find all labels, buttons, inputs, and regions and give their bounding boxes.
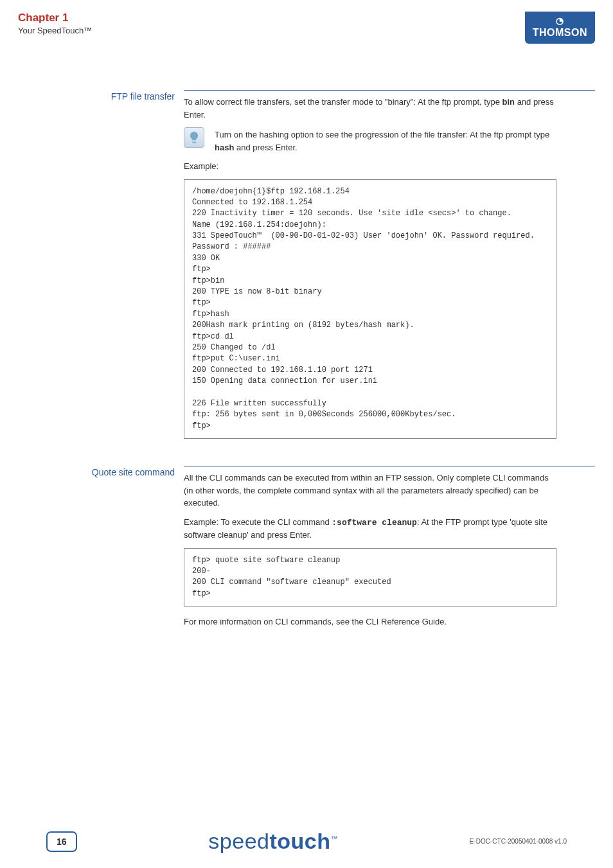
logo-bold: touch <box>269 829 330 853</box>
tip-text: Turn on the hashing option to see the pr… <box>215 127 556 154</box>
section-label-ftp: FTP file transfer <box>18 90 184 448</box>
brand-text: THOMSON <box>533 27 587 38</box>
content-area: FTP file transfer To allow correct file … <box>0 90 613 635</box>
ftp-code-block: /home/doejohn{1}$ftp 192.168.1.254 Conne… <box>184 179 556 439</box>
quote-para1: All the CLI commands can be executed fro… <box>184 472 556 509</box>
section-ftp: FTP file transfer To allow correct file … <box>18 90 595 448</box>
header-left: Chapter 1 Your SpeedTouch™ <box>18 12 92 35</box>
lightbulb-icon <box>184 127 204 148</box>
page-number: 16 <box>46 831 77 852</box>
quote-para2-pre: Example: To execute the CLI command <box>184 517 332 527</box>
ftp-intro-pre: To allow correct file transfers, set the… <box>184 97 502 107</box>
tip-cmd: hash <box>215 143 234 152</box>
tip-box: Turn on the hashing option to see the pr… <box>184 127 556 154</box>
page-footer: 16 speedtouch™ E-DOC-CTC-20050401-0008 v… <box>0 829 613 854</box>
section-label-quote: Quote site command <box>18 466 184 635</box>
logo-light: speed <box>208 829 269 853</box>
bell-icon: ◔ <box>533 15 587 26</box>
thomson-logo: ◔ THOMSON <box>525 12 595 44</box>
quote-para2: Example: To execute the CLI command :sof… <box>184 516 556 542</box>
example-label: Example: <box>184 160 556 173</box>
page-header: Chapter 1 Your SpeedTouch™ ◔ THOMSON <box>0 0 613 51</box>
tip-pre: Turn on the hashing option to see the pr… <box>215 130 549 139</box>
section-body-ftp: To allow correct file transfers, set the… <box>184 90 595 448</box>
quote-para3: For more information on CLI commands, se… <box>184 616 556 628</box>
doc-id: E-DOC-CTC-20050401-0008 v1.0 <box>470 838 567 845</box>
chapter-subtitle: Your SpeedTouch™ <box>18 26 92 35</box>
ftp-intro: To allow correct file transfers, set the… <box>184 96 556 121</box>
quote-para2-cmd: :software cleanup <box>332 518 417 527</box>
quote-code-block: ftp> quote site software cleanup 200- 20… <box>184 548 556 607</box>
section-quote: Quote site command All the CLI commands … <box>18 466 595 635</box>
svg-rect-1 <box>193 142 196 143</box>
svg-rect-0 <box>192 141 196 141</box>
chapter-title: Chapter 1 <box>18 12 92 24</box>
speedtouch-logo: speedtouch™ <box>208 829 338 854</box>
section-body-quote: All the CLI commands can be executed fro… <box>184 466 595 635</box>
tip-post: and press Enter. <box>234 143 297 152</box>
ftp-intro-cmd: bin <box>502 97 515 107</box>
logo-tm: ™ <box>331 835 339 842</box>
